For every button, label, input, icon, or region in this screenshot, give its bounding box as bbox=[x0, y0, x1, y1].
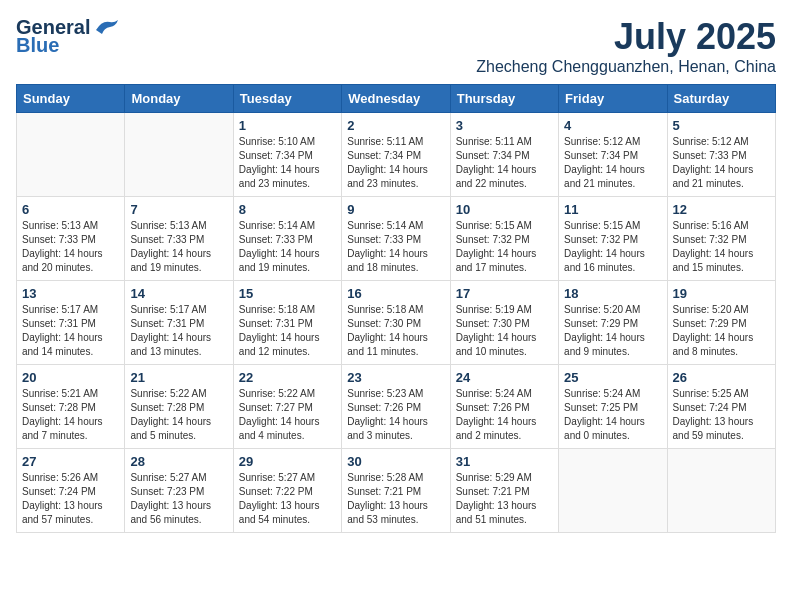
calendar-cell: 17Sunrise: 5:19 AM Sunset: 7:30 PM Dayli… bbox=[450, 281, 558, 365]
calendar-cell: 7Sunrise: 5:13 AM Sunset: 7:33 PM Daylig… bbox=[125, 197, 233, 281]
day-info: Sunrise: 5:23 AM Sunset: 7:26 PM Dayligh… bbox=[347, 387, 444, 443]
day-number: 6 bbox=[22, 202, 119, 217]
logo-blue: Blue bbox=[16, 34, 59, 56]
header-sunday: Sunday bbox=[17, 85, 125, 113]
calendar-cell: 22Sunrise: 5:22 AM Sunset: 7:27 PM Dayli… bbox=[233, 365, 341, 449]
day-info: Sunrise: 5:20 AM Sunset: 7:29 PM Dayligh… bbox=[673, 303, 770, 359]
day-info: Sunrise: 5:18 AM Sunset: 7:31 PM Dayligh… bbox=[239, 303, 336, 359]
day-info: Sunrise: 5:11 AM Sunset: 7:34 PM Dayligh… bbox=[347, 135, 444, 191]
day-number: 9 bbox=[347, 202, 444, 217]
calendar-cell: 30Sunrise: 5:28 AM Sunset: 7:21 PM Dayli… bbox=[342, 449, 450, 533]
calendar-cell: 13Sunrise: 5:17 AM Sunset: 7:31 PM Dayli… bbox=[17, 281, 125, 365]
calendar-cell: 2Sunrise: 5:11 AM Sunset: 7:34 PM Daylig… bbox=[342, 113, 450, 197]
calendar-cell: 23Sunrise: 5:23 AM Sunset: 7:26 PM Dayli… bbox=[342, 365, 450, 449]
day-number: 4 bbox=[564, 118, 661, 133]
day-number: 23 bbox=[347, 370, 444, 385]
day-info: Sunrise: 5:25 AM Sunset: 7:24 PM Dayligh… bbox=[673, 387, 770, 443]
calendar-cell: 31Sunrise: 5:29 AM Sunset: 7:21 PM Dayli… bbox=[450, 449, 558, 533]
day-info: Sunrise: 5:27 AM Sunset: 7:23 PM Dayligh… bbox=[130, 471, 227, 527]
day-info: Sunrise: 5:11 AM Sunset: 7:34 PM Dayligh… bbox=[456, 135, 553, 191]
day-number: 12 bbox=[673, 202, 770, 217]
day-info: Sunrise: 5:22 AM Sunset: 7:28 PM Dayligh… bbox=[130, 387, 227, 443]
day-info: Sunrise: 5:15 AM Sunset: 7:32 PM Dayligh… bbox=[456, 219, 553, 275]
logo: General Blue bbox=[16, 16, 120, 56]
day-info: Sunrise: 5:19 AM Sunset: 7:30 PM Dayligh… bbox=[456, 303, 553, 359]
calendar-cell: 9Sunrise: 5:14 AM Sunset: 7:33 PM Daylig… bbox=[342, 197, 450, 281]
calendar-cell: 1Sunrise: 5:10 AM Sunset: 7:34 PM Daylig… bbox=[233, 113, 341, 197]
day-number: 22 bbox=[239, 370, 336, 385]
day-number: 8 bbox=[239, 202, 336, 217]
day-number: 18 bbox=[564, 286, 661, 301]
day-number: 13 bbox=[22, 286, 119, 301]
day-info: Sunrise: 5:29 AM Sunset: 7:21 PM Dayligh… bbox=[456, 471, 553, 527]
day-number: 7 bbox=[130, 202, 227, 217]
week-row-5: 27Sunrise: 5:26 AM Sunset: 7:24 PM Dayli… bbox=[17, 449, 776, 533]
calendar-cell: 12Sunrise: 5:16 AM Sunset: 7:32 PM Dayli… bbox=[667, 197, 775, 281]
calendar-cell: 27Sunrise: 5:26 AM Sunset: 7:24 PM Dayli… bbox=[17, 449, 125, 533]
calendar-table: SundayMondayTuesdayWednesdayThursdayFrid… bbox=[16, 84, 776, 533]
calendar-cell bbox=[17, 113, 125, 197]
day-number: 14 bbox=[130, 286, 227, 301]
logo-bird-icon bbox=[92, 16, 120, 36]
calendar-cell: 16Sunrise: 5:18 AM Sunset: 7:30 PM Dayli… bbox=[342, 281, 450, 365]
header-monday: Monday bbox=[125, 85, 233, 113]
day-number: 19 bbox=[673, 286, 770, 301]
day-info: Sunrise: 5:13 AM Sunset: 7:33 PM Dayligh… bbox=[22, 219, 119, 275]
calendar-cell: 11Sunrise: 5:15 AM Sunset: 7:32 PM Dayli… bbox=[559, 197, 667, 281]
month-title: July 2025 bbox=[476, 16, 776, 58]
day-info: Sunrise: 5:14 AM Sunset: 7:33 PM Dayligh… bbox=[239, 219, 336, 275]
day-info: Sunrise: 5:15 AM Sunset: 7:32 PM Dayligh… bbox=[564, 219, 661, 275]
day-number: 11 bbox=[564, 202, 661, 217]
week-row-3: 13Sunrise: 5:17 AM Sunset: 7:31 PM Dayli… bbox=[17, 281, 776, 365]
day-number: 1 bbox=[239, 118, 336, 133]
day-info: Sunrise: 5:17 AM Sunset: 7:31 PM Dayligh… bbox=[130, 303, 227, 359]
calendar-cell: 4Sunrise: 5:12 AM Sunset: 7:34 PM Daylig… bbox=[559, 113, 667, 197]
calendar-cell: 21Sunrise: 5:22 AM Sunset: 7:28 PM Dayli… bbox=[125, 365, 233, 449]
calendar-cell bbox=[559, 449, 667, 533]
day-number: 2 bbox=[347, 118, 444, 133]
calendar-cell: 19Sunrise: 5:20 AM Sunset: 7:29 PM Dayli… bbox=[667, 281, 775, 365]
day-number: 21 bbox=[130, 370, 227, 385]
header-tuesday: Tuesday bbox=[233, 85, 341, 113]
location-title: Zhecheng Chengguanzhen, Henan, China bbox=[476, 58, 776, 76]
calendar-cell: 18Sunrise: 5:20 AM Sunset: 7:29 PM Dayli… bbox=[559, 281, 667, 365]
calendar-cell: 28Sunrise: 5:27 AM Sunset: 7:23 PM Dayli… bbox=[125, 449, 233, 533]
week-row-2: 6Sunrise: 5:13 AM Sunset: 7:33 PM Daylig… bbox=[17, 197, 776, 281]
day-number: 31 bbox=[456, 454, 553, 469]
calendar-cell: 15Sunrise: 5:18 AM Sunset: 7:31 PM Dayli… bbox=[233, 281, 341, 365]
day-info: Sunrise: 5:17 AM Sunset: 7:31 PM Dayligh… bbox=[22, 303, 119, 359]
calendar-cell: 29Sunrise: 5:27 AM Sunset: 7:22 PM Dayli… bbox=[233, 449, 341, 533]
day-info: Sunrise: 5:28 AM Sunset: 7:21 PM Dayligh… bbox=[347, 471, 444, 527]
week-row-4: 20Sunrise: 5:21 AM Sunset: 7:28 PM Dayli… bbox=[17, 365, 776, 449]
week-row-1: 1Sunrise: 5:10 AM Sunset: 7:34 PM Daylig… bbox=[17, 113, 776, 197]
day-info: Sunrise: 5:14 AM Sunset: 7:33 PM Dayligh… bbox=[347, 219, 444, 275]
page-header: General Blue July 2025 Zhecheng Chenggua… bbox=[16, 16, 776, 76]
calendar-cell: 20Sunrise: 5:21 AM Sunset: 7:28 PM Dayli… bbox=[17, 365, 125, 449]
day-info: Sunrise: 5:27 AM Sunset: 7:22 PM Dayligh… bbox=[239, 471, 336, 527]
day-info: Sunrise: 5:18 AM Sunset: 7:30 PM Dayligh… bbox=[347, 303, 444, 359]
calendar-cell: 25Sunrise: 5:24 AM Sunset: 7:25 PM Dayli… bbox=[559, 365, 667, 449]
day-info: Sunrise: 5:13 AM Sunset: 7:33 PM Dayligh… bbox=[130, 219, 227, 275]
day-number: 3 bbox=[456, 118, 553, 133]
day-info: Sunrise: 5:22 AM Sunset: 7:27 PM Dayligh… bbox=[239, 387, 336, 443]
day-number: 17 bbox=[456, 286, 553, 301]
day-info: Sunrise: 5:24 AM Sunset: 7:26 PM Dayligh… bbox=[456, 387, 553, 443]
calendar-header-row: SundayMondayTuesdayWednesdayThursdayFrid… bbox=[17, 85, 776, 113]
day-info: Sunrise: 5:16 AM Sunset: 7:32 PM Dayligh… bbox=[673, 219, 770, 275]
header-saturday: Saturday bbox=[667, 85, 775, 113]
day-info: Sunrise: 5:12 AM Sunset: 7:33 PM Dayligh… bbox=[673, 135, 770, 191]
day-info: Sunrise: 5:24 AM Sunset: 7:25 PM Dayligh… bbox=[564, 387, 661, 443]
calendar-cell: 6Sunrise: 5:13 AM Sunset: 7:33 PM Daylig… bbox=[17, 197, 125, 281]
calendar-cell bbox=[667, 449, 775, 533]
day-number: 20 bbox=[22, 370, 119, 385]
day-info: Sunrise: 5:10 AM Sunset: 7:34 PM Dayligh… bbox=[239, 135, 336, 191]
title-area: July 2025 Zhecheng Chengguanzhen, Henan,… bbox=[476, 16, 776, 76]
calendar-cell: 8Sunrise: 5:14 AM Sunset: 7:33 PM Daylig… bbox=[233, 197, 341, 281]
day-info: Sunrise: 5:12 AM Sunset: 7:34 PM Dayligh… bbox=[564, 135, 661, 191]
day-number: 16 bbox=[347, 286, 444, 301]
day-info: Sunrise: 5:20 AM Sunset: 7:29 PM Dayligh… bbox=[564, 303, 661, 359]
day-number: 15 bbox=[239, 286, 336, 301]
header-thursday: Thursday bbox=[450, 85, 558, 113]
calendar-cell: 14Sunrise: 5:17 AM Sunset: 7:31 PM Dayli… bbox=[125, 281, 233, 365]
calendar-cell: 10Sunrise: 5:15 AM Sunset: 7:32 PM Dayli… bbox=[450, 197, 558, 281]
